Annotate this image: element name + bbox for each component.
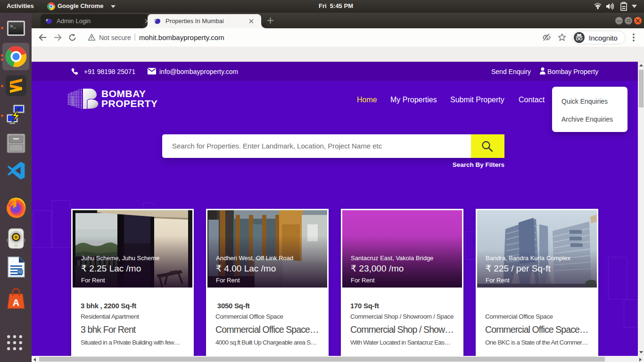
svg-text:A: A [13, 297, 19, 308]
